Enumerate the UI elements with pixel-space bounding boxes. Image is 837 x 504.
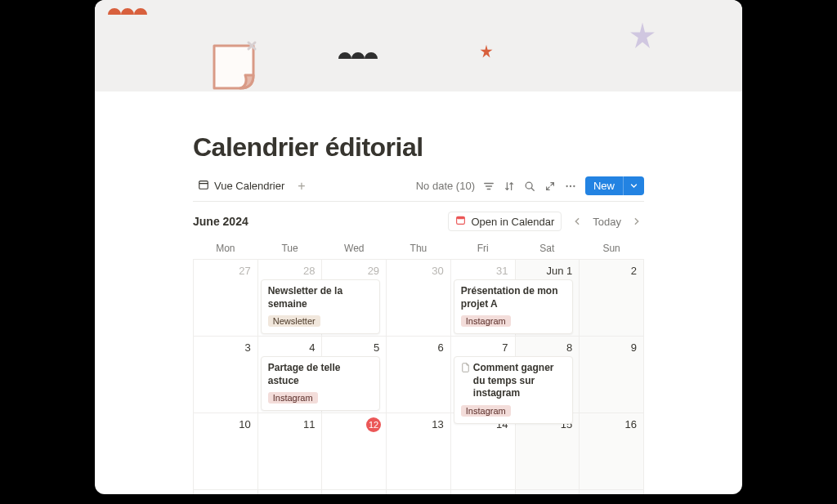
event-title: Présentation de mon projet A [461,285,566,310]
no-date-filter[interactable]: No date (10) [416,180,475,192]
day-cell[interactable]: 12 [322,413,387,490]
new-button-chevron[interactable] [623,176,644,195]
day-number: 4 [309,341,315,354]
svg-rect-0 [199,181,208,190]
day-number: 11 [303,418,315,430]
event-card[interactable]: Newsletter de la semaine Newsletter [261,279,380,334]
add-view-button[interactable]: + [294,179,308,194]
day-number: 8 [566,341,572,354]
day-cell[interactable]: 9 [580,337,644,413]
app-frame: Calendrier éditorial Vue Calendrier + No… [95,0,742,494]
day-cell[interactable]: 6 [387,337,451,413]
day-cell[interactable]: 27 [194,260,258,337]
prev-month-button[interactable] [570,214,584,230]
day-number: 10 [239,418,250,430]
svg-point-5 [570,185,571,186]
sort-icon[interactable] [504,180,516,192]
event-card[interactable]: Partage de telle astuce Instagram [261,356,380,411]
cover-bumps-black-icon [338,46,378,62]
weekday-header: Mon [194,239,258,260]
open-in-calendar-button[interactable]: Open in Calendar [448,212,562,231]
day-number: 3 [244,341,250,354]
day-number: 5 [374,341,379,354]
day-number: 6 [438,341,444,354]
day-cell[interactable]: 15 [515,413,580,490]
event-title: Comment gagner du temps sur instagram [461,362,566,400]
cover-bumps-orange-icon [108,2,147,18]
cover-star-orange-icon [479,44,494,62]
day-cell[interactable]: 3 [194,337,258,413]
day-cell[interactable]: 22 [515,490,580,495]
day-cell[interactable]: 17 [194,490,258,495]
day-number: 13 [432,418,443,430]
day-cell[interactable]: 18 [257,490,322,495]
svg-rect-8 [457,216,465,219]
event-card[interactable]: Comment gagner du temps sur instagram In… [454,356,573,424]
svg-line-3 [532,188,535,190]
day-number: 31 [496,265,508,277]
day-cell[interactable]: 20 [387,490,451,495]
day-cell[interactable]: 23 [580,490,644,495]
cover-area [95,0,742,91]
new-button-label: New [585,176,623,195]
event-tag: Newsletter [268,315,320,327]
weekday-header: Fri [450,239,515,260]
day-number: 7 [502,341,508,354]
day-cell[interactable]: 21 [450,490,515,495]
event-tag: Instagram [461,405,511,417]
day-number: 27 [239,265,250,277]
cover-star-lavender-icon [628,21,657,54]
day-cell[interactable]: 2 [580,260,644,337]
weekday-header: Wed [322,239,387,260]
svg-point-6 [574,185,575,186]
event-tag: Instagram [461,315,511,327]
day-number: 29 [368,265,379,277]
event-card[interactable]: Présentation de mon projet A Instagram [454,279,573,334]
day-number: 16 [625,418,637,430]
view-bar: Vue Calendrier + No date (10) [193,176,644,202]
calendar-icon [198,179,209,193]
day-cell[interactable]: 16 [580,413,644,490]
day-cell[interactable]: 30 [387,260,451,337]
weekday-header: Sun [580,239,644,260]
weekday-header: Tue [257,239,322,260]
page-body: Calendrier éditorial Vue Calendrier + No… [95,91,742,494]
day-number: 9 [631,341,637,354]
day-cell[interactable]: 10 [194,413,258,490]
day-cell[interactable]: 14 [450,413,515,490]
day-number-today: 12 [366,417,381,432]
day-cell[interactable]: 13 [387,413,451,490]
open-in-calendar-label: Open in Calendar [471,216,554,228]
filter-icon[interactable] [483,180,495,192]
expand-icon[interactable] [544,180,557,192]
event-tag: Instagram [268,392,318,404]
view-tab-label: Vue Calendrier [214,180,284,192]
view-tab-calendar[interactable]: Vue Calendrier [193,176,289,196]
day-cell[interactable]: 11 [257,413,322,490]
more-icon[interactable] [565,180,577,192]
day-cell[interactable]: 7 Comment gagner du temps sur instagram … [450,337,515,413]
new-button[interactable]: New [585,176,644,195]
page-title: Calendrier éditorial [193,132,644,163]
today-button[interactable]: Today [593,216,621,228]
calendar-app-icon [455,215,466,228]
month-label: June 2024 [193,215,248,228]
event-title: Newsletter de la semaine [268,285,373,310]
page-icon [461,363,470,375]
day-number: Jun 1 [546,265,572,277]
day-cell[interactable]: 31 Présentation de mon projet A Instagra… [450,260,515,337]
day-number: 2 [631,265,637,277]
day-number: 28 [303,265,315,277]
page-icon-sticky-note[interactable] [206,39,263,100]
day-number: 30 [432,265,443,277]
day-cell[interactable]: 4 Partage de telle astuce Instagram [257,337,322,413]
search-icon[interactable] [524,180,536,192]
day-cell[interactable]: 19 [322,490,387,495]
event-title: Partage de telle astuce [268,362,373,387]
svg-point-4 [566,185,568,186]
next-month-button[interactable] [629,214,644,230]
calendar-grid: Mon Tue Wed Thu Fri Sat Sun 27 28 [193,239,644,494]
weekday-header: Sat [515,239,580,260]
month-bar: June 2024 Open in Calendar Today [193,202,644,239]
day-cell[interactable]: 28 Newsletter de la semaine Newsletter [257,260,322,337]
